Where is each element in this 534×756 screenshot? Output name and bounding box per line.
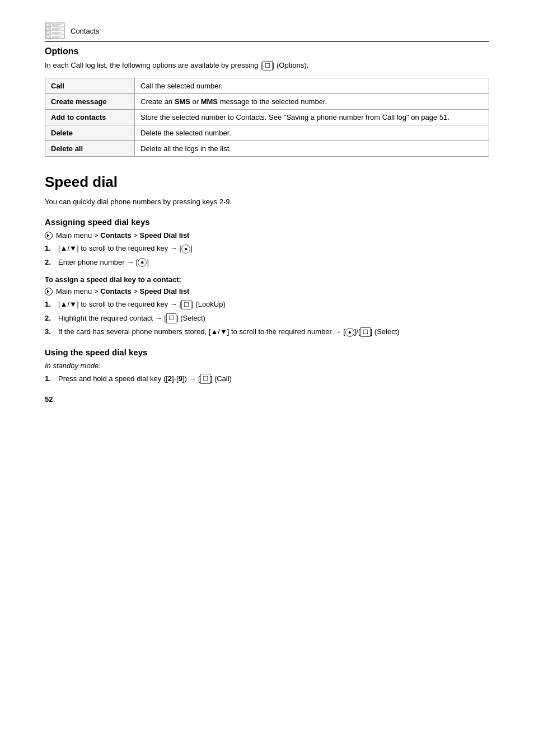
- options-intro: In each Call log list, the following opt…: [45, 60, 489, 71]
- assigning-title: Assigning speed dial keys: [45, 217, 489, 227]
- svg-rect-13: [46, 24, 49, 26]
- using-title: Using the speed dial keys: [45, 348, 489, 357]
- step-content: Enter phone number → [●]: [58, 257, 489, 268]
- contacts-label: Contacts: [71, 27, 99, 35]
- option-desc-delete: Delete the selected number.: [135, 125, 489, 140]
- options-table: Call Call the selected number. Create me…: [45, 78, 489, 157]
- square-btn-icon: ☐: [181, 300, 191, 309]
- table-row: Delete Delete the selected number.: [45, 125, 489, 140]
- contacts-header: Contacts: [45, 22, 489, 42]
- square-btn-icon-2: ☐: [166, 313, 176, 323]
- svg-rect-15: [46, 32, 49, 34]
- square-btn-icon-4: ☐: [200, 374, 210, 383]
- svg-rect-14: [46, 28, 49, 30]
- nav-path-2-text: Main menu > Contacts > Speed Dial list: [56, 287, 189, 295]
- nav-path-1: Main menu > Contacts > Speed Dial list: [45, 231, 489, 240]
- circle-btn-icon: ●: [181, 245, 190, 253]
- step-item: 2. Highlight the required contact → [☐] …: [45, 313, 489, 324]
- step-num: 2.: [45, 257, 58, 268]
- table-row: Add to contacts Store the selected numbe…: [45, 109, 489, 125]
- option-label-call: Call: [45, 78, 135, 93]
- speed-dial-title: Speed dial: [45, 173, 489, 191]
- sub-heading: To assign a speed dial key to a contact:: [45, 275, 489, 284]
- circle-btn-icon: ●: [138, 258, 147, 267]
- option-label-add-contacts: Add to contacts: [45, 109, 135, 125]
- step-num: 1.: [45, 243, 58, 254]
- option-desc-add-contacts: Store the selected number to Contacts. S…: [135, 109, 489, 125]
- step-item: 1. Press and hold a speed dial key ([2]-…: [45, 373, 489, 384]
- table-row: Call Call the selected number.: [45, 78, 489, 93]
- steps-list-1: 1. [▲/▼] to scroll to the required key →…: [45, 243, 489, 267]
- options-section: Options In each Call log list, the follo…: [45, 46, 489, 157]
- step-content: Press and hold a speed dial key ([2]-[9]…: [58, 373, 489, 384]
- step-item: 1. [▲/▼] to scroll to the required key →…: [45, 243, 489, 254]
- steps-list-3: 1. Press and hold a speed dial key ([2]-…: [45, 373, 489, 384]
- step-num: 2.: [45, 313, 58, 324]
- option-label-delete: Delete: [45, 125, 135, 140]
- circle-btn-icon-2: ●: [345, 328, 354, 337]
- nav-arrow-icon-2: [45, 288, 53, 295]
- square-btn-icon-3: ☐: [360, 327, 371, 337]
- options-key-symbol: ☐: [263, 61, 273, 71]
- in-standby-label: In standby mode:: [45, 361, 489, 370]
- step-item: 2. Enter phone number → [●]: [45, 257, 489, 268]
- table-row: Delete all Delete all the logs in the li…: [45, 140, 489, 156]
- option-label-create-message: Create message: [45, 93, 135, 109]
- option-desc-delete-all: Delete all the logs in the list.: [135, 140, 489, 156]
- nav-arrow-icon: [45, 232, 53, 240]
- step-num: 1.: [45, 299, 58, 310]
- step-content: [▲/▼] to scroll to the required key → [●…: [58, 243, 489, 254]
- speed-dial-section: Speed dial You can quickly dial phone nu…: [45, 173, 489, 384]
- step-content: [▲/▼] to scroll to the required key → [☐…: [58, 299, 489, 310]
- option-desc-call: Call the selected number.: [135, 78, 489, 93]
- step-num: 1.: [45, 373, 58, 384]
- page-number: 52: [45, 395, 489, 403]
- step-content: If the card has several phone numbers st…: [58, 326, 489, 337]
- svg-rect-16: [46, 36, 49, 38]
- step-num: 3.: [45, 326, 58, 337]
- step-content: Highlight the required contact → [☐] (Se…: [58, 313, 489, 324]
- table-row: Create message Create an SMS or MMS mess…: [45, 93, 489, 109]
- step-item: 3. If the card has several phone numbers…: [45, 326, 489, 337]
- option-desc-create-message: Create an SMS or MMS message to the sele…: [135, 93, 489, 109]
- option-label-delete-all: Delete all: [45, 140, 135, 156]
- using-subsection: Using the speed dial keys In standby mod…: [45, 348, 489, 384]
- step-item: 1. [▲/▼] to scroll to the required key →…: [45, 299, 489, 310]
- steps-list-2: 1. [▲/▼] to scroll to the required key →…: [45, 299, 489, 337]
- contacts-icon: [45, 22, 65, 39]
- nav-path-2: Main menu > Contacts > Speed Dial list: [45, 287, 489, 295]
- nav-path-1-text: Main menu > Contacts > Speed Dial list: [56, 231, 189, 240]
- speed-dial-intro: You can quickly dial phone numbers by pr…: [45, 196, 489, 208]
- options-title: Options: [45, 46, 489, 57]
